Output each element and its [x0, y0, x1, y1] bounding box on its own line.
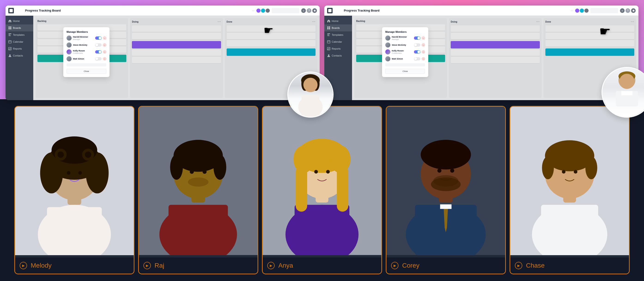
toggle-switch-matt-right[interactable]: [414, 57, 420, 60]
help-icon-left[interactable]: ?: [307, 8, 311, 13]
svg-point-41: [619, 74, 634, 89]
avatar-2-right: [580, 8, 584, 13]
svg-rect-85: [440, 204, 451, 209]
member-role-harold-left: Manager: [73, 38, 94, 40]
toggle-switch-matt-left[interactable]: [95, 57, 102, 60]
search-icon-right[interactable]: ⌕: [620, 8, 624, 13]
member-avatar-harold-left: [66, 35, 72, 41]
play-icon-melody[interactable]: ▶: [20, 262, 27, 269]
play-icon-raj[interactable]: ▶: [144, 262, 151, 269]
sidebar-item-templates-left[interactable]: Templates: [6, 31, 33, 38]
search-bar-right[interactable]: [590, 8, 618, 13]
user-icon-right[interactable]: ◉: [631, 8, 636, 13]
toggle-matt-left[interactable]: [95, 57, 102, 60]
toggle-switch-steve-left[interactable]: [95, 43, 102, 47]
remove-harold-right[interactable]: −: [422, 36, 425, 40]
remove-harold-left[interactable]: −: [103, 36, 106, 40]
svg-rect-23: [327, 26, 328, 28]
sidebar-item-calendar-right[interactable]: Calendar: [324, 38, 352, 45]
play-icon-chase[interactable]: ▶: [515, 262, 522, 269]
person-figure-melody: [15, 107, 134, 255]
member-name-matt-left: Matt Simon: [73, 58, 94, 60]
toggle-switch-kelly-left[interactable]: [95, 50, 102, 53]
svg-point-80: [314, 170, 318, 174]
toggle-kelly-left[interactable]: [95, 50, 102, 53]
toggle-switch-kelly-right[interactable]: [414, 50, 420, 53]
person-card-corey[interactable]: ▶ Corey: [386, 106, 506, 274]
toggle-switch-harold-right[interactable]: [414, 36, 420, 40]
sidebar-item-contacts-left[interactable]: Contacts: [6, 52, 33, 59]
board-dots-right[interactable]: ···: [570, 9, 573, 12]
avatar-2-left: [261, 8, 265, 13]
modal-close-btn-left[interactable]: Close: [66, 69, 106, 74]
svg-rect-27: [327, 33, 330, 34]
header-avatars-left: [256, 8, 270, 13]
member-info-harold-right: Harold Brenner Manager: [392, 36, 412, 40]
person-name-anya: Anya: [278, 262, 293, 269]
toggle-harold-left[interactable]: [95, 36, 102, 40]
person-card-raj[interactable]: ▶ Raj: [138, 106, 258, 274]
board-dots-left[interactable]: ···: [252, 9, 254, 12]
person-card-melody[interactable]: ▶ Melody: [14, 106, 134, 274]
remove-steve-right[interactable]: −: [422, 43, 425, 47]
sidebar-item-calendar-left[interactable]: Calendar: [6, 38, 33, 45]
remove-matt-right[interactable]: −: [422, 57, 425, 60]
member-info-matt-right: Matt Simon: [392, 58, 412, 60]
sidebar-item-boards-left[interactable]: Boards: [6, 24, 33, 31]
person-card-chase[interactable]: ▶ Chase: [510, 106, 630, 274]
remove-kelly-left[interactable]: −: [103, 50, 106, 53]
person-figure-anya: [263, 107, 381, 255]
header-avatars-right: [575, 8, 588, 13]
person-figure-corey: [386, 107, 505, 255]
person-circle-left: [287, 71, 334, 118]
sidebar-item-templates-right[interactable]: Templates: [324, 31, 352, 38]
user-icon-left[interactable]: ◉: [312, 8, 317, 13]
sidebar-item-home-left[interactable]: Home: [6, 17, 33, 24]
svg-point-91: [437, 169, 442, 173]
person-label-raj: ▶ Raj: [139, 258, 258, 274]
sidebar-item-contacts-right[interactable]: Contacts: [324, 52, 352, 59]
modal-close-btn-right[interactable]: Close: [385, 69, 425, 74]
svg-rect-3: [10, 28, 11, 29]
remove-steve-left[interactable]: −: [103, 43, 106, 47]
svg-point-69: [188, 177, 208, 187]
sidebar-label-boards-right: Boards: [332, 26, 340, 29]
svg-point-90: [433, 175, 458, 186]
sidebar-label-contacts-right: Contacts: [332, 54, 342, 57]
remove-kelly-right[interactable]: −: [422, 50, 425, 53]
person-name-raj: Raj: [154, 262, 164, 269]
member-info-matt-left: Matt Simon: [73, 58, 94, 60]
member-row-matt-left: Matt Simon −: [66, 56, 106, 61]
member-avatar-matt-left: [66, 56, 72, 61]
sidebar-item-reports-left[interactable]: Reports: [6, 45, 33, 52]
member-row-kelly-left: Kelly Rosen Collaborator −: [66, 49, 106, 54]
person-card-anya[interactable]: ▶ Anya: [262, 106, 382, 274]
toggle-switch-harold-left[interactable]: [95, 36, 102, 40]
sidebar-item-home-right[interactable]: Home: [324, 17, 352, 24]
modal-title-right: Manage Members: [385, 30, 425, 33]
sidebar-item-boards-right[interactable]: Boards: [324, 24, 352, 31]
play-icon-anya[interactable]: ▶: [267, 262, 275, 269]
help-icon-right[interactable]: ?: [626, 8, 630, 13]
toggle-matt-right[interactable]: [414, 57, 420, 60]
member-name-harold-right: Harold Brenner: [392, 36, 412, 38]
search-bar-left[interactable]: [272, 8, 299, 13]
person-figure-chase: [510, 107, 629, 255]
sidebar-item-reports-right[interactable]: Reports: [324, 45, 352, 52]
modal-overlay-left: Manage Members Harold Brenner Manager: [33, 16, 320, 100]
member-role-harold-right: Manager: [392, 38, 412, 40]
remove-matt-left[interactable]: −: [103, 57, 106, 60]
sidebar-label-reports-left: Reports: [13, 47, 22, 50]
toggle-kelly-right[interactable]: [414, 50, 420, 53]
toggle-switch-steve-right[interactable]: [414, 43, 420, 47]
header-icons-right: ⌕ ? ◉: [620, 8, 636, 13]
play-icon-corey[interactable]: ▶: [391, 262, 398, 269]
toggle-steve-left[interactable]: [95, 43, 102, 47]
member-info-kelly-left: Kelly Rosen Collaborator: [73, 50, 94, 54]
logo-left: [8, 8, 14, 13]
search-icon-left[interactable]: ⌕: [301, 8, 306, 13]
member-avatar-harold-right: [385, 35, 390, 41]
toggle-harold-right[interactable]: [414, 36, 420, 40]
person-figure-raj: [139, 107, 258, 255]
toggle-steve-right[interactable]: [414, 43, 420, 47]
